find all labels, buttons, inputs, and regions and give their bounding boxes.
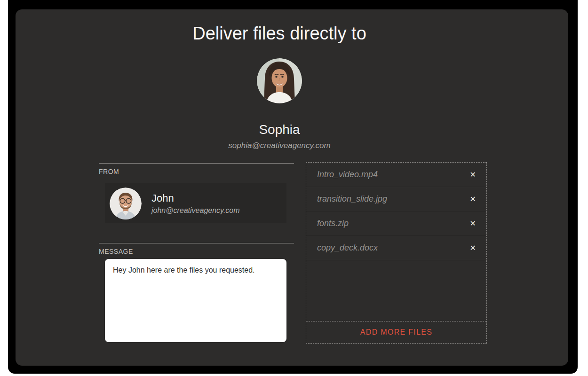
remove-file-icon[interactable]: ✕ — [470, 244, 476, 252]
file-row: Intro_video.mp4 ✕ — [306, 163, 486, 187]
from-section-label: FROM — [99, 168, 119, 175]
file-name: copy_deck.docx — [317, 243, 378, 253]
recipient-email: sophia@creativeagency.com — [228, 141, 330, 150]
message-section-rule — [99, 243, 294, 243]
file-name: fonts.zip — [317, 219, 349, 228]
remove-file-icon[interactable]: ✕ — [470, 220, 476, 227]
from-section-rule — [99, 163, 294, 164]
file-row: copy_deck.docx ✕ — [306, 236, 486, 260]
add-more-files-button[interactable]: ADD MORE FILES — [306, 321, 486, 343]
file-drop-area[interactable] — [306, 260, 486, 321]
sender-email: john@creativeagency.com — [151, 206, 240, 215]
remove-file-icon[interactable]: ✕ — [470, 196, 476, 203]
file-row: fonts.zip ✕ — [306, 212, 486, 236]
sender-card: John john@creativeagency.com — [105, 183, 286, 223]
sender-avatar — [110, 188, 142, 219]
recipient-avatar — [257, 58, 302, 103]
sender-name: John — [151, 192, 240, 204]
message-section-label: MESSAGE — [99, 248, 133, 255]
page-title: Deliver files directly to — [192, 24, 366, 44]
message-input[interactable]: Hey John here are the files you requeste… — [105, 259, 286, 342]
remove-file-icon[interactable]: ✕ — [470, 171, 476, 179]
sender-text-block: John john@creativeagency.com — [151, 192, 240, 215]
window-stage: Deliver files directly to — [8, 0, 578, 374]
recipient-name: Sophia — [259, 122, 300, 137]
man-glasses-portrait-icon — [110, 188, 142, 219]
woman-portrait-icon — [257, 58, 302, 103]
delivery-panel: Deliver files directly to — [16, 9, 568, 366]
file-list-box: Intro_video.mp4 ✕ transition_slide.jpg ✕… — [306, 162, 487, 344]
file-row: transition_slide.jpg ✕ — [306, 187, 486, 212]
file-name: transition_slide.jpg — [317, 194, 387, 204]
file-name: Intro_video.mp4 — [317, 170, 378, 180]
